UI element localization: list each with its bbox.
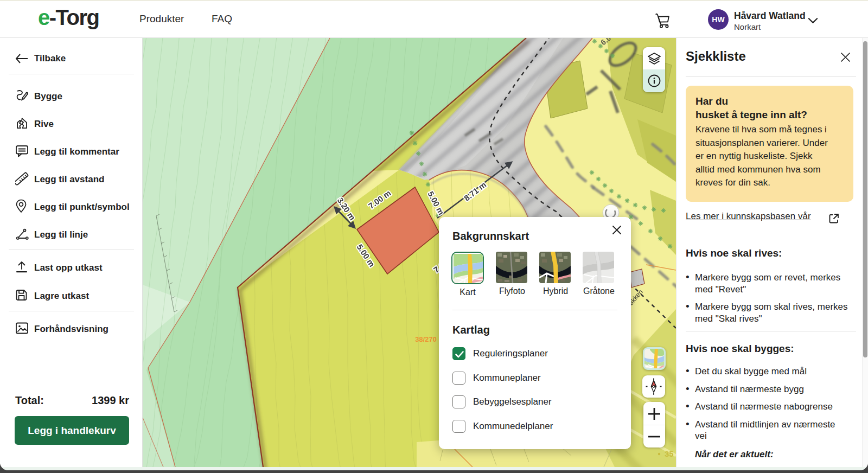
svg-text:35: 35 (665, 449, 674, 458)
svg-text:38/270: 38/270 (415, 335, 437, 343)
